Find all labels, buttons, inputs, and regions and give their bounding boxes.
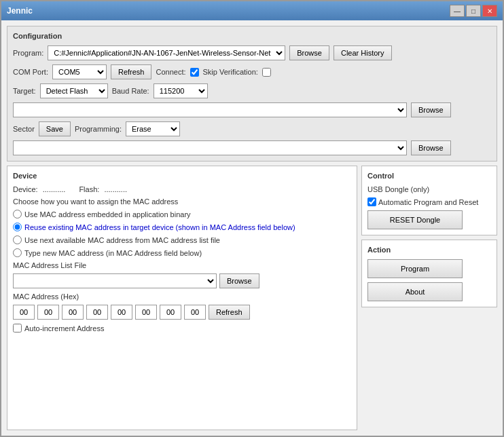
- sector-row: Sector Save Programming: Erase Program V…: [13, 121, 491, 136]
- mac-hex-label: MAC Address (Hex): [13, 292, 351, 301]
- mac-byte-0[interactable]: [13, 305, 35, 320]
- device-title: Device: [13, 172, 351, 180]
- program-select[interactable]: C:#Jennic#Application#JN-AN-1067-JenNet-…: [48, 45, 285, 60]
- mac-list-select[interactable]: [13, 273, 217, 288]
- save-button[interactable]: Save: [39, 121, 71, 136]
- mac-byte-5[interactable]: [135, 305, 157, 320]
- com-port-label: COM Port:: [13, 68, 48, 76]
- device-info-row: Device: ........... Flash: ...........: [13, 185, 351, 193]
- mac-byte-7[interactable]: [184, 305, 206, 320]
- reset-dongle-button[interactable]: RESET Dongle: [367, 210, 463, 229]
- mac-byte-3[interactable]: [86, 305, 108, 320]
- auto-increment-row: Auto-increment Address: [13, 324, 351, 332]
- title-bar: Jennic — □ ✕: [1, 1, 503, 20]
- device-value: ...........: [43, 185, 66, 193]
- mac-heading: Choose how you want to assign the MAC ad…: [13, 197, 351, 206]
- mac-browse-button[interactable]: Browse: [219, 273, 259, 288]
- device-label: Device: ...........: [13, 185, 65, 193]
- target-select[interactable]: Detect Flash JN5148 JN5142: [40, 83, 108, 98]
- mac-list-row: Browse: [13, 273, 351, 288]
- window-controls: — □ ✕: [450, 5, 497, 17]
- mac-byte-4[interactable]: [111, 305, 132, 320]
- mac-radio-label-0: Use MAC address embedded in application …: [24, 210, 191, 218]
- auto-program-checkbox[interactable]: [367, 197, 376, 206]
- file-select-1[interactable]: [13, 102, 407, 117]
- skip-verify-label: Skip Verification:: [203, 68, 258, 76]
- target-label: Target:: [13, 87, 36, 95]
- refresh-mac-button[interactable]: Refresh: [209, 305, 250, 320]
- browse-file-button-1[interactable]: Browse: [411, 102, 451, 117]
- config-title: Configuration: [13, 32, 491, 40]
- browse-file-button-2[interactable]: Browse: [411, 140, 451, 155]
- main-content: Configuration Program: C:#Jennic#Applica…: [1, 20, 503, 436]
- file-select-2[interactable]: [13, 140, 407, 155]
- maximize-button[interactable]: □: [466, 5, 481, 17]
- auto-increment-label: Auto-increment Address: [24, 324, 104, 332]
- control-panel: Control USB Dongle (only) Automatic Prog…: [361, 166, 497, 430]
- target-row: Target: Detect Flash JN5148 JN5142 Baud …: [13, 83, 491, 98]
- auto-program-row: Automatic Program and Reset: [367, 197, 491, 206]
- com-port-row: COM Port: COM5 COM1 COM2 COM3 COM4 Refre…: [13, 64, 491, 79]
- mac-radio-label-3: Type new MAC address (in MAC Address fie…: [24, 249, 202, 257]
- minimize-button[interactable]: —: [450, 5, 465, 17]
- control-group: Control USB Dongle (only) Automatic Prog…: [361, 166, 497, 235]
- program-row: Program: C:#Jennic#Application#JN-AN-106…: [13, 45, 491, 60]
- mac-fields: Refresh: [13, 305, 351, 320]
- radio-option-0: Use MAC address embedded in application …: [13, 210, 351, 218]
- auto-program-label: Automatic Program and Reset: [378, 198, 478, 206]
- connect-checkbox[interactable]: [190, 68, 199, 77]
- mac-radio-label-1: Reuse existing MAC address in target dev…: [24, 223, 295, 231]
- mac-radio-0[interactable]: [13, 210, 22, 218]
- usb-label: USB Dongle (only): [367, 185, 491, 193]
- clear-history-button[interactable]: Clear History: [334, 45, 392, 60]
- action-group: Action Program About: [361, 240, 497, 307]
- sector-label: Sector: [13, 125, 35, 133]
- flash-label: Flash: ...........: [79, 185, 127, 193]
- mac-byte-2[interactable]: [62, 305, 84, 320]
- about-button[interactable]: About: [367, 282, 463, 301]
- window-title: Jennic: [7, 6, 33, 16]
- radio-option-3: Type new MAC address (in MAC Address fie…: [13, 248, 351, 257]
- mac-byte-6[interactable]: [160, 305, 181, 320]
- mac-list-label: MAC Address List File: [13, 261, 351, 269]
- programming-label: Programming:: [75, 125, 122, 133]
- file-row-2: Browse: [13, 140, 491, 155]
- radio-option-2: Use next available MAC address from MAC …: [13, 235, 351, 244]
- control-title: Control: [367, 172, 491, 180]
- config-section: Configuration Program: C:#Jennic#Applica…: [7, 26, 497, 162]
- file-row-1: Browse: [13, 102, 491, 117]
- mac-radio-2[interactable]: [13, 235, 22, 244]
- main-window: Jennic — □ ✕ Configuration Program: C:#J…: [0, 0, 504, 437]
- auto-increment-checkbox[interactable]: [13, 324, 22, 332]
- mac-radio-label-2: Use next available MAC address from MAC …: [24, 236, 220, 244]
- radio-option-1: Reuse existing MAC address in target dev…: [13, 223, 351, 231]
- programming-select[interactable]: Erase Program Verify: [126, 121, 180, 136]
- program-button[interactable]: Program: [367, 259, 463, 278]
- flash-value: ...........: [104, 185, 127, 193]
- action-title: Action: [367, 246, 491, 254]
- connect-label: Connect:: [156, 68, 185, 76]
- browse-button[interactable]: Browse: [289, 45, 329, 60]
- program-label: Program:: [13, 49, 43, 57]
- com-port-select[interactable]: COM5 COM1 COM2 COM3 COM4: [52, 64, 107, 79]
- close-button[interactable]: ✕: [482, 5, 497, 17]
- skip-verify-checkbox[interactable]: [262, 68, 271, 77]
- baud-select[interactable]: 115200 9600 38400 57600: [154, 83, 208, 98]
- baud-label: Baud Rate:: [112, 87, 149, 95]
- mac-radio-3[interactable]: [13, 248, 22, 257]
- device-panel: Device Device: ........... Flash: ......…: [7, 166, 357, 430]
- mac-radio-1[interactable]: [13, 223, 22, 231]
- main-panels: Device Device: ........... Flash: ......…: [7, 166, 497, 430]
- mac-byte-1[interactable]: [37, 305, 59, 320]
- refresh-com-button[interactable]: Refresh: [111, 64, 152, 79]
